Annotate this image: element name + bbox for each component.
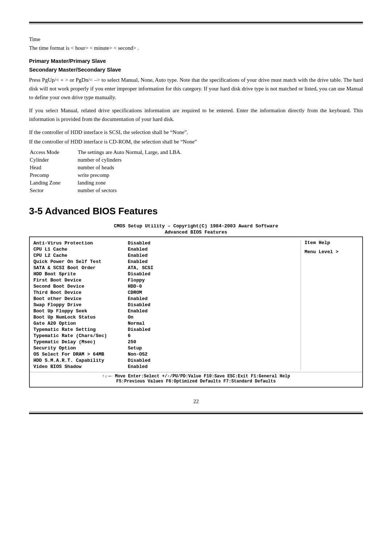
top-thick-rule [29, 22, 363, 23]
bios-item-name: Boot Up NumLock Status [33, 315, 128, 320]
bios-item-value: Disabled [128, 240, 301, 246]
bios-row: Security OptionSetup [33, 345, 301, 351]
bios-row: First Boot DeviceFloppy [33, 277, 301, 283]
bios-row: Quick Power On Self TestEnabled [33, 259, 301, 265]
bios-title: CMOS Setup Utility – Copyright(C) 1984-2… [29, 223, 363, 229]
bios-item-value: Floppy [128, 278, 301, 283]
bios-help-panel: Item Help Menu Level > [301, 240, 359, 370]
bios-item-name: Swap Floppy Drive [33, 302, 128, 308]
bottom-thin-rule [29, 412, 363, 412]
bios-item-value: Non-OS2 [128, 352, 301, 357]
bios-box: Anti-Virus ProtectionDisabledCPU L1 Cach… [29, 236, 363, 388]
bios-item-value: Disabled [128, 358, 301, 363]
bios-item-name: Typematic Rate (Chars/Sec) [33, 333, 128, 339]
bios-item-name: Boot other Device [33, 296, 128, 301]
bios-wrapper: CMOS Setup Utility – Copyright(C) 1984-2… [29, 223, 363, 388]
drive-info-row: Landing Zonelanding zone [30, 179, 362, 186]
content-area: Time The time format is < hour> < minute… [29, 35, 363, 388]
time-label-text: Time [29, 36, 40, 42]
bios-main: Anti-Virus ProtectionDisabledCPU L1 Cach… [33, 240, 301, 370]
bios-row: CPU L1 CacheEnabled [33, 246, 301, 252]
drive-info-label: Head [30, 164, 77, 171]
bios-row: SATA & SCSI Boot OrderATA, SCSI [33, 265, 301, 271]
bios-row: Typematic Rate SettingDisabled [33, 327, 301, 333]
bios-row: CPU L2 CacheEnabled [33, 252, 301, 259]
press-line-para: Press PgUp/< + > or PgDn/< –> to select … [29, 76, 363, 102]
bios-item-value: CDROM [128, 290, 301, 295]
bios-item-value: Disabled [128, 302, 301, 308]
bios-item-value: On [128, 315, 301, 320]
drive-info-row: Cylindernumber of cylinders [30, 157, 362, 163]
drive-info-value: number of sectors [78, 187, 362, 194]
drive-info-table: Access ModeThe settings are Auto Normal,… [29, 148, 363, 195]
drive-info-value: write precomp [78, 172, 362, 179]
bios-item-name: HDD S.M.A.R.T. Capability [33, 358, 128, 363]
bios-item-name: Typematic Delay (Msec) [33, 339, 128, 345]
bios-row: HDD S.M.A.R.T. CapabilityDisabled [33, 357, 301, 364]
drive-info-value: landing zone [78, 179, 362, 186]
bios-item-name: HDD Boot Sprite [33, 271, 128, 277]
press-line-text: Press PgUp/< + > or PgDn/< –> to select … [29, 77, 363, 100]
bios-item-value: Enabled [128, 247, 301, 252]
bios-item-value: Normal [128, 321, 301, 326]
bios-item-value: Enabled [128, 253, 301, 258]
drive-info-row: Headnumber of heads [30, 164, 362, 171]
bios-item-value: Enabled [128, 296, 301, 301]
bios-row: HDD Boot SpriteDisabled [33, 271, 301, 277]
bios-item-value: ATA, SCSI [128, 265, 301, 271]
drive-info-row: Precompwrite precomp [30, 172, 362, 179]
bios-item-name: Quick Power On Self Test [33, 259, 128, 264]
bios-row: Typematic Rate (Chars/Sec)6 [33, 333, 301, 339]
bios-item-value: HDD-0 [128, 284, 301, 289]
bottom-thick-rule [29, 413, 363, 414]
time-label: Time The time format is < hour> < minute… [29, 35, 363, 52]
drive-headings: Primary Master/Primary Slave Secondary M… [29, 57, 363, 74]
bios-row: Boot other DeviceEnabled [33, 296, 301, 302]
time-format-line: The time format is < hour> < minute> < s… [29, 45, 139, 51]
drive-info-row: Sectornumber of sectors [30, 187, 362, 194]
scsi-line-text: If the controller of HDD interface is SC… [29, 129, 188, 135]
drive-info-label: Cylinder [30, 157, 77, 163]
bios-row: Typematic Delay (Msec)250 [33, 339, 301, 345]
manual-para-text: If you select Manual, related drive spec… [29, 108, 363, 122]
bios-item-name: Typematic Rate Setting [33, 327, 128, 332]
bios-item-name: SATA & SCSI Boot Order [33, 265, 128, 271]
bios-item-value: Enabled [128, 364, 301, 369]
bios-item-value: Enabled [128, 308, 301, 314]
bios-item-value: Disabled [128, 271, 301, 277]
bios-item-name: Third Boot Device [33, 290, 128, 295]
section-heading: 3-5 Advanced BIOS Features [29, 206, 363, 217]
bios-item-value: 250 [128, 339, 301, 345]
bios-inner: Anti-Virus ProtectionDisabledCPU L1 Cach… [30, 240, 362, 370]
secondary-master-heading: Secondary Master/Secondary Slave [29, 66, 121, 73]
drive-info-label: Sector [30, 187, 77, 194]
scsi-line: If the controller of HDD interface is SC… [29, 128, 363, 137]
bios-item-name: First Boot Device [33, 278, 128, 283]
bios-item-value: Setup [128, 345, 301, 351]
bios-item-name: CPU L1 Cache [33, 247, 128, 252]
item-help-label: Item Help [305, 240, 359, 246]
bios-row: Anti-Virus ProtectionDisabled [33, 240, 301, 246]
bios-item-name: Second Boot Device [33, 284, 128, 289]
primary-master-heading: Primary Master/Primary Slave [29, 58, 106, 64]
bios-row: Swap Floppy DriveDisabled [33, 302, 301, 308]
drive-info-value: The settings are Auto Normal, Large, and… [78, 149, 362, 156]
menu-level-label: Menu Level > [305, 249, 359, 255]
bios-row: OS Select For DRAM > 64MBNon-OS2 [33, 351, 301, 357]
bios-item-name: Anti-Virus Protection [33, 240, 128, 246]
drive-info-value: number of cylinders [78, 157, 362, 163]
bios-row: Second Boot DeviceHDD-0 [33, 283, 301, 289]
bios-item-value: 6 [128, 333, 301, 339]
top-thin-rule [29, 24, 363, 24]
bios-footer-line1: ↑↓→← Move Enter:Select +/-/PU/PD:Value F… [32, 374, 360, 379]
manual-para: If you select Manual, related drive spec… [29, 106, 363, 123]
cdrom-line-text: If the controller of HDD interface is CD… [29, 139, 197, 145]
cdrom-line: If the controller of HDD interface is CD… [29, 137, 363, 146]
bios-row: Boot Up Floppy SeekEnabled [33, 308, 301, 314]
bios-item-name: Security Option [33, 345, 128, 351]
drive-info-label: Landing Zone [30, 179, 77, 186]
bios-row: Boot Up NumLock StatusOn [33, 314, 301, 320]
bios-item-name: OS Select For DRAM > 64MB [33, 352, 128, 357]
page-number: 22 [29, 398, 363, 405]
page: Time The time format is < hour> < minute… [0, 0, 392, 555]
